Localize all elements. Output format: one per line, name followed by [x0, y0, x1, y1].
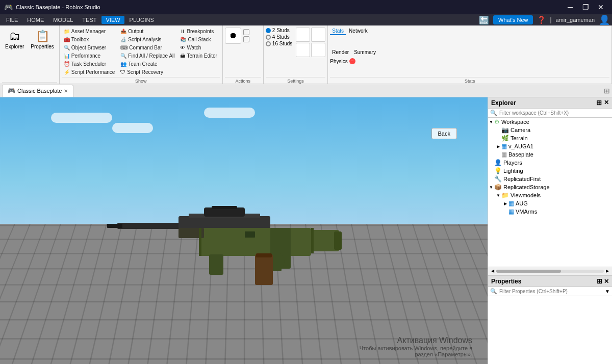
physics-minus-btn[interactable]: − — [349, 58, 355, 64]
grid-icon-btn3[interactable] — [296, 43, 310, 57]
render-tab[interactable]: Render — [330, 49, 351, 57]
scroll-right-arrow[interactable]: ▶ — [604, 269, 611, 273]
studs-16-radio[interactable] — [266, 41, 271, 46]
studs-2-radio[interactable] — [266, 28, 271, 33]
viewport-tab[interactable]: 🎮 Classic Baseplate ✕ — [2, 85, 73, 97]
menu-file[interactable]: FILE — [2, 16, 22, 24]
tree-item[interactable]: ▶▦v_AUGA1 — [488, 142, 612, 150]
team-create-btn[interactable]: 👥 Team Create — [118, 60, 177, 68]
tree-item-icon: ▦ — [501, 143, 507, 150]
call-stack-btn[interactable]: 📚 Call Stack — [178, 36, 220, 43]
asset-manager-label: Asset Manager — [71, 29, 106, 34]
tree-item[interactable]: 🔧ReplicatedFirst — [488, 175, 612, 183]
task-scheduler-label: Task Scheduler — [71, 61, 106, 67]
show-label: Show — [62, 77, 220, 84]
tree-item[interactable]: 🌿Terrain — [488, 134, 612, 142]
expand-arrow-icon[interactable]: ▶ — [495, 144, 501, 149]
network-tab[interactable]: Network — [347, 28, 370, 35]
grid-icon-btn4[interactable] — [311, 43, 325, 57]
command-bar-btn[interactable]: ⌨ Command Bar — [118, 44, 177, 51]
tree-item[interactable]: ▼📁Viewmodels — [488, 191, 612, 199]
tree-item[interactable]: 💡Lighting — [488, 167, 612, 175]
menu-model[interactable]: MODEL — [49, 16, 77, 24]
help-icon[interactable]: ❓ — [537, 16, 546, 24]
scroll-left-arrow[interactable]: ◀ — [489, 269, 496, 273]
ribbon-section-stats: Stats Network Render Summary Physics − — [328, 25, 612, 84]
properties-title: Properties — [491, 278, 521, 285]
breakpoints-btn[interactable]: ⏸ Breakpoints — [178, 28, 220, 35]
summary-tab[interactable]: Summary — [352, 49, 378, 57]
properties-expand-icon[interactable]: ⊞ — [597, 277, 602, 285]
performance-icon: 📊 — [64, 53, 70, 59]
tree-item-icon: ▦ — [508, 208, 514, 215]
svg-rect-1 — [107, 224, 122, 228]
tree-item[interactable]: ▼⚙Workspace — [488, 118, 612, 126]
watch-label: Watch — [187, 45, 201, 50]
separator: | — [550, 16, 551, 23]
studs-4-option[interactable]: 4 Studs — [266, 34, 292, 40]
explorer-close-icon[interactable]: ✕ — [604, 99, 609, 107]
tree-item-icon: ⚙ — [494, 118, 500, 125]
tree-item[interactable]: ▶▦AUG — [488, 199, 612, 207]
toolbox-btn[interactable]: 🧰 Toolbox — [62, 36, 118, 43]
action-record-btn[interactable]: ⏺ — [225, 28, 241, 44]
script-analysis-btn[interactable]: 🔬 Script Analysis — [118, 36, 177, 43]
tab-close-btn[interactable]: ✕ — [64, 88, 68, 94]
tree-item-label: AUG — [516, 200, 528, 206]
properties-close-icon[interactable]: ✕ — [604, 278, 609, 285]
tree-item[interactable]: 📷Camera — [488, 126, 612, 134]
expand-arrow-icon[interactable]: ▼ — [495, 193, 501, 198]
stats-tab[interactable]: Stats — [330, 28, 346, 35]
tree-item[interactable]: ▼📦ReplicatedStorage — [488, 183, 612, 191]
object-browser-btn[interactable]: 🔍 Object Browser — [62, 44, 118, 51]
viewport[interactable]: Back Активация Windows Чтобы активироват… — [0, 97, 488, 364]
script-performance-btn[interactable]: ⚡ Script Performance — [62, 68, 118, 76]
performance-btn[interactable]: 📊 Performance — [62, 52, 118, 60]
output-btn[interactable]: 📤 Output — [118, 28, 177, 35]
menu-test[interactable]: TEST — [78, 16, 100, 24]
tree-item-label: Viewmodels — [511, 192, 541, 198]
maximize-button[interactable]: ❐ — [578, 0, 593, 14]
studs-16-option[interactable]: 16 Studs — [266, 41, 292, 46]
script-recovery-btn[interactable]: 🛡 Script Recovery — [118, 68, 177, 76]
grid-icon-btn[interactable] — [296, 28, 310, 42]
menu-plugins[interactable]: PLUGINS — [125, 16, 158, 24]
menu-view[interactable]: VIEW — [101, 16, 124, 24]
viewport-restore-icon[interactable]: ⊞ — [604, 87, 610, 95]
properties-filter-input[interactable] — [499, 289, 603, 294]
explorer-expand-icon[interactable]: ⊞ — [596, 99, 602, 107]
studs-2-option[interactable]: 2 Studs — [266, 28, 292, 33]
tree-item-icon: ▦ — [508, 200, 514, 207]
action-grid2[interactable] — [243, 36, 249, 42]
studs-4-radio[interactable] — [266, 35, 271, 40]
tree-item[interactable]: ▦VMArms — [488, 207, 612, 216]
minimize-button[interactable]: ─ — [563, 0, 577, 14]
explorer-filter-input[interactable] — [499, 110, 610, 116]
expand-arrow-icon[interactable]: ▼ — [488, 120, 494, 124]
cloud2 — [112, 123, 153, 133]
grid-icon-btn2[interactable] — [311, 28, 325, 42]
explorer-btn[interactable]: 🗂 Explorer — [2, 28, 27, 51]
tree-item[interactable]: 👤Players — [488, 159, 612, 167]
tree-item-label: Camera — [511, 127, 530, 133]
find-replace-btn[interactable]: 🔍 Find All / Replace All — [118, 52, 177, 60]
action-grid1[interactable] — [243, 29, 249, 35]
close-button[interactable]: ✕ — [594, 0, 608, 14]
whats-new-button[interactable]: What's New — [493, 15, 533, 24]
expand-arrow-icon[interactable]: ▶ — [502, 201, 508, 206]
user-avatar[interactable]: 👤 — [599, 14, 610, 25]
back-button[interactable]: Back — [431, 128, 457, 139]
properties-btn[interactable]: 📋 Properties — [28, 28, 57, 51]
svg-rect-10 — [256, 253, 272, 257]
watch-btn[interactable]: 👁 Watch — [178, 44, 220, 51]
properties-filter-dropdown[interactable]: ▼ — [605, 289, 610, 294]
asset-manager-btn[interactable]: 📁 Asset Manager — [62, 28, 118, 35]
properties-icon: 📋 — [36, 30, 49, 43]
back-arrow-icon[interactable]: 🔙 — [479, 15, 489, 25]
tree-item[interactable]: ▦Baseplate — [488, 150, 612, 159]
menu-home[interactable]: HOME — [23, 16, 48, 24]
expand-arrow-icon[interactable]: ▼ — [488, 185, 494, 190]
terrain-editor-btn[interactable]: 🏔 Terrain Editor — [178, 52, 220, 60]
svg-rect-13 — [209, 254, 223, 275]
task-scheduler-btn[interactable]: ⏰ Task Scheduler — [62, 60, 118, 68]
